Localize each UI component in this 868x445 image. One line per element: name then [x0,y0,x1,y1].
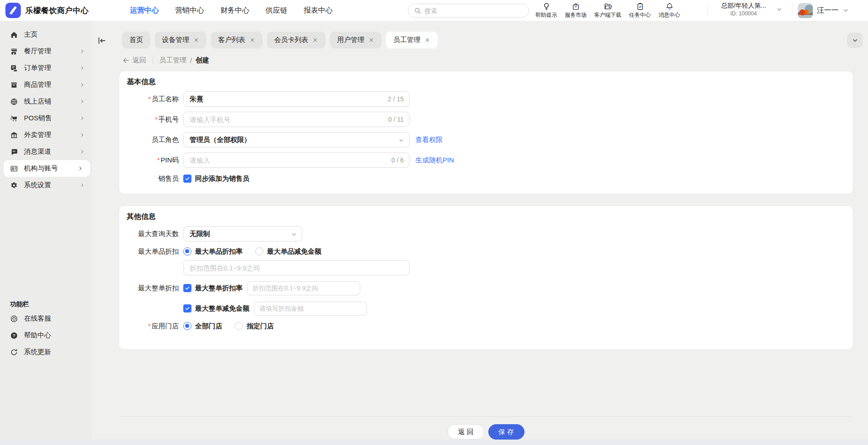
sidebar-collapse-button[interactable] [95,34,108,47]
item-discount-amount-label[interactable]: 最大单品减免金额 [267,247,321,256]
brand[interactable]: 乐檬餐饮商户中心 [5,0,89,21]
back-link[interactable]: 返回 [122,56,146,65]
tab-overflow-button[interactable] [847,33,863,48]
sync-salesperson-checkbox[interactable] [183,175,191,183]
search-icon [414,7,421,14]
tab-user-management[interactable]: 用户管理 [330,32,382,48]
sidebar-item-pos[interactable]: POS销售 [0,110,92,127]
back-button[interactable]: 返 回 [448,424,484,440]
tab-employee-management[interactable]: 员工管理 [386,32,438,48]
avatar[interactable] [798,3,813,18]
phone-input[interactable] [183,112,410,127]
field-label: 销售员 [158,175,179,182]
sidebar-menu: 主页 餐厅管理 订单管理 商品管理 线上店铺 [0,21,92,194]
nav-operations[interactable]: 运营中心 [130,6,159,15]
tab-label: 用户管理 [337,36,364,44]
nav-finance[interactable]: 财务中心 [220,6,249,15]
breadcrumb-parent[interactable]: 员工管理 [159,56,186,65]
chevron-right-icon [80,82,85,87]
view-permissions-link[interactable]: 查看权限 [415,136,443,144]
sidebar-item-restaurant[interactable]: 餐厅管理 [0,43,92,60]
tab-home[interactable]: 首页 [122,32,150,48]
max-query-days-select[interactable]: 无限制 [183,226,302,241]
tab-member-card-list[interactable]: 会员卡列表 [267,32,325,48]
close-icon[interactable] [249,37,255,43]
sidebar-item-online-store[interactable]: 线上店铺 [0,93,92,110]
close-icon[interactable] [424,37,430,43]
sidebar-item-online-support[interactable]: 在线客服 [0,310,92,327]
order-discount-rate-checkbox[interactable] [183,284,191,292]
field-label: 手机号 [158,115,179,123]
order-icon [10,64,18,72]
quick-action-label: 帮助提示 [535,11,557,19]
task-center-button[interactable]: 任务中心 [629,2,651,19]
takeout-bank-icon [10,131,18,139]
pin-input[interactable] [183,152,410,168]
market-icon [572,2,580,11]
top-nav: 运营中心 营销中心 财务中心 供应链 报表中心 [130,0,333,21]
required-mark: * [155,115,157,123]
order-discount-rate-label[interactable]: 最大整单折扣率 [195,284,243,293]
close-icon[interactable] [312,37,318,43]
field-label: 最大单品折扣 [138,247,179,255]
sidebar-item-system-update[interactable]: 系统更新 [0,344,92,360]
search-input[interactable] [424,7,523,14]
user-menu[interactable]: 汪一一 [798,0,849,21]
close-icon[interactable] [368,37,374,43]
nav-marketing[interactable]: 营销中心 [175,6,204,15]
generate-random-pin-link[interactable]: 生成随机PIN [415,156,454,165]
breadcrumb-current: 创建 [196,56,209,65]
tab-customer-list[interactable]: 客户列表 [211,32,262,48]
field-label: 员工名称 [152,95,179,103]
service-market-button[interactable]: 服务市场 [565,2,587,19]
sync-salesperson-label[interactable]: 同步添加为销售员 [195,175,249,183]
sidebar-item-home[interactable]: 主页 [0,26,92,43]
item-discount-rate-radio[interactable] [183,247,191,256]
all-stores-label[interactable]: 全部门店 [195,322,222,331]
salesperson-row: 销售员 同步添加为销售员 [119,173,853,185]
quick-action-label: 消息中心 [658,11,680,19]
save-button[interactable]: 保 存 [488,424,525,440]
nav-reports[interactable]: 报表中心 [304,6,333,15]
all-stores-radio[interactable] [183,322,191,330]
sidebar-item-goods[interactable]: 商品管理 [0,76,92,93]
item-discount-input[interactable] [183,260,410,275]
help-tips-button[interactable]: 帮助提示 [535,2,557,19]
header-divider [707,5,708,16]
role-select[interactable]: 管理员（全部权限） [183,132,410,147]
nav-supply-chain[interactable]: 供应链 [266,6,287,15]
specific-stores-radio[interactable] [235,322,243,330]
help-icon: ? [10,331,18,340]
order-discount-rate-input[interactable] [247,281,360,295]
order-discount-amount-input[interactable] [254,302,367,316]
order-discount-amount-checkbox[interactable] [183,304,191,312]
apply-stores-row: *应用门店 全部门店 指定门店 [119,321,853,331]
other-info-card: 其他信息 最大查询天数 无限制 最大单品折扣 最大单品折扣率 最大单品减免金额 [119,206,853,349]
chevron-right-icon [78,166,83,171]
global-search[interactable] [408,4,529,18]
back-label: 返回 [133,56,146,65]
tab-device-management[interactable]: 设备管理 [155,32,206,48]
sidebar-item-help-center[interactable]: ? 帮助中心 [0,327,92,344]
sidebar-item-takeout[interactable]: 外卖管理 [0,127,92,143]
employee-name-field: 2 / 15 [183,91,410,107]
quick-action-label: 客户端下载 [594,11,621,19]
message-center-button[interactable]: 消息中心 [658,2,680,19]
sidebar-item-settings[interactable]: 系统设置 [0,177,92,194]
order-discount-amount-label[interactable]: 最大整单减免金额 [195,304,249,313]
close-icon[interactable] [193,37,199,43]
item-discount-rate-label[interactable]: 最大单品折扣率 [195,247,243,256]
sidebar-item-org-account[interactable]: 机构与账号 [4,160,90,177]
client-download-button[interactable]: 客户端下载 [594,2,621,19]
sidebar-item-orders[interactable]: 订单管理 [0,60,92,76]
field-label: 员工角色 [152,136,179,143]
other-info-title: 其他信息 [127,212,853,222]
order-discount-amount-row: 最大整单减免金额 [119,301,853,316]
specific-stores-label[interactable]: 指定门店 [247,322,274,331]
org-switcher[interactable]: 总部/年轻人第... ID: 100004 [714,2,785,17]
employee-name-input[interactable] [183,91,410,107]
sidebar-item-message-channel[interactable]: 消息渠道 [0,143,92,160]
header-divider [792,5,792,16]
item-discount-amount-radio[interactable] [255,247,263,256]
max-query-days-value: 无限制 [190,230,210,238]
